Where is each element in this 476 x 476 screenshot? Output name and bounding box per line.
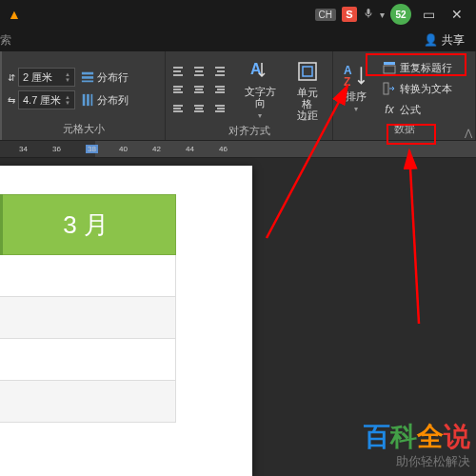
- cell-margins-button[interactable]: 单元格边距: [288, 56, 327, 123]
- distribute-cols-button[interactable]: 分布列: [81, 90, 129, 109]
- user-badge[interactable]: 52: [390, 4, 411, 25]
- formula-label: 公式: [400, 103, 421, 117]
- svg-rect-3: [83, 94, 86, 106]
- wm-char-4: 说: [444, 422, 470, 451]
- ruler-46: 46: [219, 145, 228, 153]
- distribute-rows-button[interactable]: 分布行: [81, 68, 129, 87]
- svg-rect-2: [82, 81, 93, 83]
- repeat-header-icon: [383, 61, 396, 74]
- formula-button[interactable]: fx 公式: [379, 100, 456, 119]
- width-icon: ⇆: [8, 95, 15, 106]
- width-value: 4.7 厘米: [23, 93, 61, 108]
- align-mr[interactable]: [209, 82, 227, 97]
- ime-lang-badge[interactable]: CH: [315, 9, 336, 21]
- distribute-cols-icon: [81, 93, 94, 107]
- group-alignment-label: 对齐方式: [171, 124, 327, 140]
- wm-char-2: 科: [390, 422, 417, 451]
- height-value: 2 厘米: [23, 70, 52, 85]
- svg-rect-39: [384, 66, 395, 73]
- height-input[interactable]: 2 厘米 ▲▼: [18, 68, 75, 87]
- align-tr[interactable]: [209, 65, 227, 80]
- svg-rect-38: [384, 62, 395, 65]
- sort-button[interactable]: AZ 排序▾: [339, 60, 373, 117]
- month-header[interactable]: 3 月: [0, 194, 176, 255]
- ruler-42: 42: [152, 145, 161, 153]
- convert-to-text-button[interactable]: 转换为文本: [379, 79, 456, 98]
- text-direction-label: 文字方向: [245, 86, 276, 109]
- share-row: 索 👤 共享: [0, 29, 476, 51]
- repeat-header-button[interactable]: 重复标题行: [379, 58, 456, 77]
- table-row[interactable]: [0, 255, 176, 297]
- svg-rect-34: [299, 63, 316, 80]
- align-grid: [171, 65, 227, 114]
- width-spinner[interactable]: ▲▼: [65, 94, 70, 106]
- ruler-44: 44: [186, 145, 194, 153]
- close-button[interactable]: ✕: [446, 3, 468, 26]
- group-data-label: 数据: [339, 122, 469, 138]
- sort-icon: AZ: [343, 62, 369, 89]
- align-bl[interactable]: [171, 99, 188, 114]
- svg-text:Z: Z: [344, 75, 350, 88]
- search-partial: 索: [0, 32, 11, 49]
- titlebar: ▲ CH S ▾ 52 ▭ ✕: [0, 0, 476, 29]
- group-alignment: A 文字方向▾ 单元格边距 对齐方式: [166, 51, 333, 140]
- group-cell-size: ⇵ 2 厘米 ▲▼ ⇆ 4.7 厘米 ▲▼ 分布行: [2, 51, 166, 140]
- ribbon: ⇵ 2 厘米 ▲▼ ⇆ 4.7 厘米 ▲▼ 分布行: [0, 51, 476, 141]
- distribute-rows-label: 分布行: [97, 70, 129, 85]
- group-cell-size-label: 元格大小: [8, 122, 159, 138]
- watermark-title: 百科全说: [364, 423, 470, 451]
- ruler[interactable]: 34 36 38 40 42 44 46: [0, 141, 476, 158]
- ime-logo-icon[interactable]: S: [342, 7, 357, 22]
- mic-dropdown-icon[interactable]: ▾: [380, 10, 385, 20]
- document-page[interactable]: 3 月: [0, 166, 252, 476]
- align-br[interactable]: [209, 99, 227, 114]
- restore-button[interactable]: ▭: [417, 3, 440, 26]
- wm-char-3: 全: [417, 422, 444, 451]
- width-input[interactable]: 4.7 厘米 ▲▼: [18, 90, 75, 109]
- cell-margins-icon: [294, 58, 321, 85]
- height-icon: ⇵: [8, 72, 15, 83]
- collapse-ribbon-icon[interactable]: ⋀: [465, 128, 472, 138]
- share-icon: 👤: [424, 33, 438, 47]
- group-data: AZ 排序▾ 重复标题行 转换为文本 fx 公式 数据: [333, 51, 476, 140]
- convert-to-text-label: 转换为文本: [400, 82, 452, 96]
- text-direction-button[interactable]: A 文字方向▾: [236, 55, 285, 124]
- text-direction-caret-icon: ▾: [258, 111, 262, 120]
- table-row[interactable]: [0, 339, 176, 381]
- row-height: ⇵ 2 厘米 ▲▼: [8, 68, 75, 87]
- height-spinner[interactable]: ▲▼: [65, 71, 70, 83]
- watermark: 百科全说 助你轻松解决: [364, 423, 470, 470]
- row-width: ⇆ 4.7 厘米 ▲▼: [8, 90, 75, 109]
- repeat-header-label: 重复标题行: [400, 61, 452, 75]
- align-tl[interactable]: [171, 65, 188, 80]
- titlebar-left: ▲: [8, 7, 309, 22]
- align-bc[interactable]: [190, 99, 208, 114]
- table-row[interactable]: [0, 297, 176, 339]
- sort-label: 排序: [346, 90, 367, 102]
- svg-rect-5: [91, 94, 93, 106]
- svg-rect-1: [82, 76, 93, 79]
- table-view: 3 月: [0, 194, 176, 423]
- sort-caret-icon: ▾: [354, 105, 358, 113]
- month-label: 3 月: [63, 208, 109, 242]
- align-ml[interactable]: [171, 82, 188, 97]
- table-row[interactable]: [0, 381, 176, 423]
- convert-to-text-icon: [383, 82, 396, 95]
- warning-icon: ▲: [8, 7, 21, 22]
- watermark-subtitle: 助你轻松解决: [364, 453, 470, 470]
- ruler-36: 36: [52, 145, 61, 153]
- svg-rect-40: [384, 83, 388, 94]
- distribute-rows-icon: [81, 70, 94, 84]
- align-mc[interactable]: [190, 82, 208, 97]
- share-button[interactable]: 共享: [442, 32, 465, 49]
- wm-char-1: 百: [364, 422, 390, 451]
- text-direction-icon: A: [247, 57, 273, 84]
- svg-rect-35: [303, 67, 312, 76]
- align-tc[interactable]: [190, 65, 208, 80]
- ruler-34: 34: [19, 145, 28, 153]
- formula-icon: fx: [383, 103, 396, 116]
- distribute-cols-label: 分布列: [97, 93, 129, 108]
- cell-margins-l2: 边距: [297, 109, 318, 121]
- cell-margins-l1: 单元格: [297, 87, 318, 109]
- mic-icon[interactable]: [363, 6, 374, 23]
